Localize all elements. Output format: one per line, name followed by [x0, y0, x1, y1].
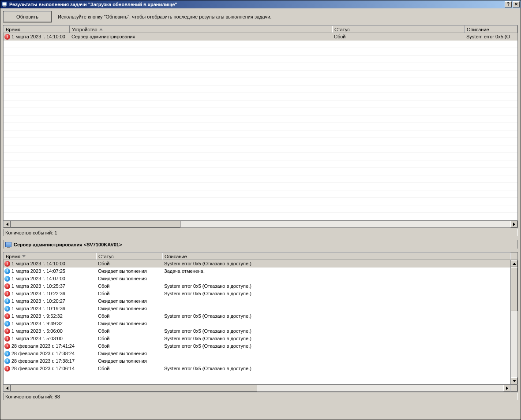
- info-icon: i: [4, 321, 10, 327]
- info-icon: i: [4, 358, 10, 364]
- cell-status: Ожидает выполнения: [96, 297, 162, 305]
- detail-header-text: Сервер администрирования <SV7100KAV01>: [14, 242, 122, 247]
- scroll-track[interactable]: [511, 267, 517, 377]
- cell-description: [162, 275, 510, 282]
- info-icon: i: [4, 276, 10, 282]
- table-row[interactable]: !1 марта 2023 г. 10:22:36СбойSystem erro…: [4, 290, 510, 297]
- scroll-track[interactable]: [11, 221, 510, 227]
- column-status[interactable]: Статус: [332, 26, 465, 33]
- cell-time: 1 марта 2023 г. 14:10:00: [11, 34, 65, 39]
- cell-time: 1 марта 2023 г. 10:20:27: [11, 298, 65, 304]
- detail-column-status[interactable]: Статус: [96, 253, 162, 260]
- cell-description: System error 0x5 (Отказано в доступе.): [162, 260, 510, 267]
- scroll-left-button[interactable]: [4, 385, 11, 391]
- event-count-status: Количество событий: 1: [3, 229, 518, 236]
- cell-status: Ожидает выполнения: [96, 357, 162, 364]
- titlebar[interactable]: Результаты выполнения задачи "Загрузка о…: [0, 0, 521, 8]
- table-row[interactable]: !28 февраля 2023 г. 17:41:24СбойSystem e…: [4, 342, 510, 350]
- table-row[interactable]: !1 марта 2023 г. 5:06:00СбойSystem error…: [4, 327, 510, 335]
- cell-time: 1 марта 2023 г. 10:25:37: [11, 283, 65, 289]
- error-icon: !: [4, 261, 10, 267]
- cell-status: Ожидает выполнения: [96, 305, 162, 312]
- cell-time: 1 марта 2023 г. 14:10:00: [11, 261, 65, 266]
- table-row[interactable]: i1 марта 2023 г. 10:20:27Ожидает выполне…: [4, 297, 510, 305]
- info-icon: i: [4, 268, 10, 274]
- detail-column-description[interactable]: Описание: [162, 253, 510, 260]
- error-icon: !: [4, 343, 10, 349]
- table-row[interactable]: i28 февраля 2023 г. 17:38:24Ожидает выпо…: [4, 350, 510, 357]
- cell-description: [162, 357, 510, 364]
- cell-description: System error 0x5 (Отказано в доступе.): [162, 365, 510, 372]
- detail-grid-header: Время Статус Описание: [4, 253, 517, 260]
- cell-description: [162, 320, 510, 327]
- scroll-track[interactable]: [11, 385, 503, 391]
- cell-status: Ожидает выполнения: [96, 320, 162, 327]
- window-title: Результаты выполнения задачи "Загрузка о…: [9, 2, 505, 7]
- dialog-window: Результаты выполнения задачи "Загрузка о…: [0, 0, 521, 420]
- help-button[interactable]: ?: [505, 1, 512, 7]
- svg-rect-0: [2, 2, 7, 6]
- cell-time: 1 марта 2023 г. 14:07:25: [11, 268, 65, 274]
- detail-header: Сервер администрирования <SV7100KAV01>: [3, 240, 518, 249]
- sort-asc-icon: [99, 28, 103, 30]
- vertical-scrollbar[interactable]: [510, 260, 517, 384]
- table-row[interactable]: !28 февраля 2023 г. 17:06:14СбойSystem e…: [4, 365, 510, 372]
- horizontal-scrollbar[interactable]: [4, 220, 517, 227]
- table-row[interactable]: !1 марта 2023 г. 5:03:00СбойSystem error…: [4, 335, 510, 342]
- cell-status: Сбой: [96, 335, 162, 342]
- table-row[interactable]: !1 марта 2023 г. 10:25:37СбойSystem erro…: [4, 282, 510, 290]
- info-icon: i: [4, 351, 10, 357]
- cell-description: Задача отменена.: [162, 268, 510, 275]
- table-row[interactable]: i1 марта 2023 г. 14:07:00Ожидает выполне…: [4, 275, 510, 282]
- cell-status: Сбой: [96, 290, 162, 297]
- scroll-down-button[interactable]: [511, 377, 517, 384]
- cell-status: Сбой: [96, 282, 162, 290]
- scroll-up-button[interactable]: [511, 260, 517, 267]
- results-grid: Время Устройство Статус Описание !1 март…: [3, 25, 518, 228]
- cell-status: Сбой: [96, 365, 162, 372]
- error-icon: !: [4, 291, 10, 297]
- cell-description: System error 0x5 (Отказано в доступе.): [162, 312, 510, 320]
- detail-horizontal-scrollbar[interactable]: [4, 384, 517, 391]
- cell-description: System error 0x5 (О: [465, 33, 517, 40]
- cell-device: Сервер администрирования: [70, 33, 332, 40]
- scroll-left-button[interactable]: [4, 221, 11, 227]
- scroll-right-button[interactable]: [503, 385, 510, 391]
- cell-time: 28 февраля 2023 г. 17:38:17: [11, 358, 75, 364]
- info-icon: i: [4, 298, 10, 304]
- table-row[interactable]: i1 марта 2023 г. 14:07:25Ожидает выполне…: [4, 268, 510, 275]
- scroll-thumb[interactable]: [11, 221, 180, 227]
- column-description[interactable]: Описание: [465, 26, 517, 33]
- cell-time: 1 марта 2023 г. 10:22:36: [11, 291, 65, 296]
- cell-description: System error 0x5 (Отказано в доступе.): [162, 342, 510, 349]
- scroll-thumb[interactable]: [511, 267, 517, 311]
- cell-description: [162, 350, 510, 357]
- cell-time: 1 марта 2023 г. 10:19:36: [11, 306, 65, 311]
- grid-header: Время Устройство Статус Описание: [4, 26, 517, 33]
- cell-status: Сбой: [96, 342, 162, 349]
- svg-rect-1: [3, 6, 6, 7]
- cell-status: Сбой: [96, 260, 162, 267]
- cell-time: 1 марта 2023 г. 5:03:00: [11, 336, 63, 341]
- cell-time: 1 марта 2023 г. 9:52:32: [11, 313, 63, 319]
- column-device[interactable]: Устройство: [70, 26, 332, 33]
- table-row[interactable]: !1 марта 2023 г. 9:52:32СбойSystem error…: [4, 312, 510, 320]
- refresh-button[interactable]: Обновить: [3, 11, 52, 22]
- cell-status: Ожидает выполнения: [96, 275, 162, 282]
- close-button[interactable]: ✕: [513, 1, 520, 7]
- error-icon: !: [4, 366, 10, 372]
- detail-event-count-status: Количество событий: 88: [3, 393, 518, 400]
- table-row[interactable]: i28 февраля 2023 г. 17:38:17Ожидает выпо…: [4, 357, 510, 365]
- table-row[interactable]: !1 марта 2023 г. 14:10:00Сервер админист…: [4, 33, 517, 41]
- column-time[interactable]: Время: [4, 26, 70, 33]
- scroll-thumb[interactable]: [11, 385, 257, 391]
- detail-column-time[interactable]: Время: [4, 253, 96, 260]
- cell-description: System error 0x5 (Отказано в доступе.): [162, 290, 510, 297]
- table-row[interactable]: !1 марта 2023 г. 14:10:00СбойSystem erro…: [4, 260, 510, 268]
- table-row[interactable]: i1 марта 2023 г. 9:49:32Ожидает выполнен…: [4, 320, 510, 327]
- scroll-right-button[interactable]: [510, 221, 517, 227]
- error-icon: !: [4, 336, 10, 342]
- table-row[interactable]: i1 марта 2023 г. 10:19:36Ожидает выполне…: [4, 305, 510, 312]
- cell-description: [162, 305, 510, 312]
- error-icon: !: [4, 313, 10, 319]
